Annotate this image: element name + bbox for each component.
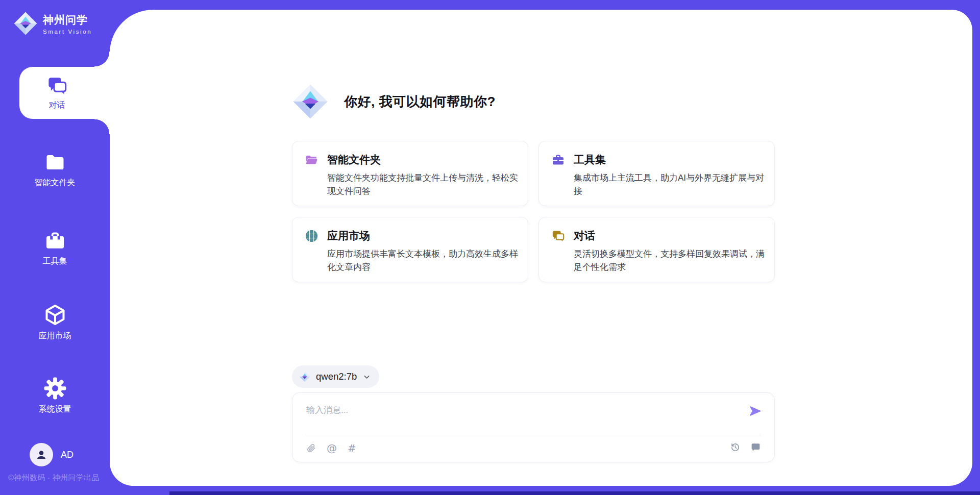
footer-credit: ©神州数码 · 神州问学出品 xyxy=(8,473,100,483)
message-input[interactable] xyxy=(306,404,730,431)
card-title: 对话 xyxy=(574,229,595,243)
brand-logo: 神州问学 Smart Vision xyxy=(13,11,92,36)
avatar xyxy=(30,443,53,466)
composer-tools-left: @ # xyxy=(306,442,356,454)
bottom-edge-strip xyxy=(169,491,980,495)
main-column: 你好, 我可以如何帮助你? 智能文件夹 智能文件夹功能支持批量文件上传与清洗，轻… xyxy=(292,10,775,486)
topic-button[interactable]: # xyxy=(348,442,356,454)
message-composer: @ # xyxy=(292,392,775,462)
chat-bubble-icon xyxy=(750,442,761,453)
sidebar-item-label: 对话 xyxy=(49,100,65,111)
chat-icon xyxy=(46,75,68,96)
card-title: 工具集 xyxy=(574,153,606,167)
card-description: 应用市场提供丰富长文本模板，助力高效生成多样化文章内容 xyxy=(327,247,520,274)
paperclip-icon xyxy=(306,443,316,453)
sidebar-item-smart-folder[interactable]: 智能文件夹 xyxy=(0,151,110,188)
model-selector[interactable]: qwen2:7b xyxy=(292,365,379,388)
briefcase-icon xyxy=(44,230,66,252)
feature-cards: 智能文件夹 智能文件夹功能支持批量文件上传与清洗，轻松实现文件问答 工具集 集成… xyxy=(292,141,775,282)
hash-icon: # xyxy=(348,442,356,454)
sidebar-item-label: 应用市场 xyxy=(39,331,71,341)
card-title: 应用市场 xyxy=(327,229,370,243)
cube-icon xyxy=(43,303,67,327)
brand-logo-icon xyxy=(13,11,38,36)
model-logo-icon xyxy=(299,371,310,382)
sidebar-item-toolset[interactable]: 工具集 xyxy=(0,230,110,267)
person-icon xyxy=(34,447,49,462)
card-description: 灵活切换多模型文件，支持多样回复效果调试，满足个性化需求 xyxy=(574,247,766,274)
mention-button[interactable]: @ xyxy=(327,442,337,454)
at-icon: @ xyxy=(327,442,337,454)
card-smart-folder[interactable]: 智能文件夹 智能文件夹功能支持批量文件上传与清洗，轻松实现文件问答 xyxy=(292,141,528,206)
history-icon xyxy=(730,442,741,453)
brand-subtitle: Smart Vision xyxy=(43,29,92,35)
sidebar-item-settings[interactable]: 系统设置 xyxy=(0,377,110,415)
folder-icon xyxy=(44,151,66,174)
main-panel: 你好, 我可以如何帮助你? 智能文件夹 智能文件夹功能支持批量文件上传与清洗，轻… xyxy=(110,10,972,486)
chevron-down-icon xyxy=(362,373,371,381)
sidebar-item-app-market[interactable]: 应用市场 xyxy=(0,303,110,341)
greeting-block: 你好, 我可以如何帮助你? xyxy=(292,83,496,120)
sidebar-item-label: 智能文件夹 xyxy=(35,178,76,188)
greeting-logo-icon xyxy=(292,83,329,120)
user-avatar-block[interactable]: AD xyxy=(30,443,74,466)
card-description: 智能文件夹功能支持批量文件上传与清洗，轻松实现文件问答 xyxy=(327,171,520,197)
attach-button[interactable] xyxy=(306,443,316,453)
card-title: 智能文件夹 xyxy=(327,153,381,167)
history-button[interactable] xyxy=(730,442,741,453)
chat-bubbles-icon xyxy=(551,229,565,243)
user-name: AD xyxy=(61,450,74,460)
brand-name: 神州问学 xyxy=(43,13,92,27)
app-grid-icon xyxy=(305,229,318,243)
gear-icon xyxy=(43,377,67,400)
model-name: qwen2:7b xyxy=(316,371,357,382)
folder-open-icon xyxy=(305,153,318,167)
sidebar-item-label: 系统设置 xyxy=(39,404,71,415)
app-root: 你好, 我可以如何帮助你? 智能文件夹 智能文件夹功能支持批量文件上传与清洗，轻… xyxy=(0,0,980,495)
composer-tools-right xyxy=(730,442,761,453)
composer-divider xyxy=(306,435,761,435)
sidebar-item-chat[interactable]: 对话 xyxy=(19,67,110,119)
greeting-title: 你好, 我可以如何帮助你? xyxy=(344,93,496,111)
send-button[interactable] xyxy=(748,404,762,419)
send-icon xyxy=(748,404,762,418)
sidebar-item-label: 工具集 xyxy=(43,256,67,267)
quick-reply-button[interactable] xyxy=(750,442,761,453)
card-app-market[interactable]: 应用市场 应用市场提供丰富长文本模板，助力高效生成多样化文章内容 xyxy=(292,217,528,282)
card-chat[interactable]: 对话 灵活切换多模型文件，支持多样回复效果调试，满足个性化需求 xyxy=(538,217,775,282)
card-description: 集成市场上主流工具，助力AI与外界无缝扩展与对接 xyxy=(574,171,766,197)
briefcase-icon xyxy=(551,153,565,167)
card-toolset[interactable]: 工具集 集成市场上主流工具，助力AI与外界无缝扩展与对接 xyxy=(538,141,775,206)
